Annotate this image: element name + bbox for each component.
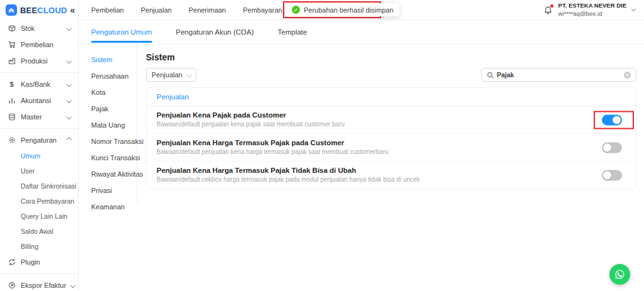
settings-nav-nomor-transaksi[interactable]: Nomor Transaksi bbox=[91, 138, 136, 145]
setting-description: Bawaan/default cekbox harga termasuk paj… bbox=[157, 176, 579, 183]
package-icon bbox=[8, 25, 16, 32]
whatsapp-button[interactable] bbox=[609, 264, 630, 285]
sidebar-subitem-cara-pembayaran[interactable]: Cara Pembayaran bbox=[0, 194, 78, 209]
topbar-right: PT. ESTEKA NEVER DIE wi****aq@bee.id bbox=[543, 2, 635, 18]
beecloud-logo-icon bbox=[6, 4, 17, 16]
settings-nav-kota[interactable]: Kota bbox=[91, 89, 136, 96]
settings-nav-perusahaan[interactable]: Perusahaan bbox=[91, 72, 136, 80]
chevron-down-icon bbox=[186, 72, 191, 77]
content-area: Pengaturan Umum Pengaturan Akun (COA) Te… bbox=[79, 20, 644, 291]
check-circle-icon: ✓ bbox=[292, 6, 300, 14]
topnav-item-penjualan[interactable]: Penjualan bbox=[141, 6, 172, 14]
chevron-down-icon bbox=[66, 26, 71, 31]
setting-row: Penjualan Kena Harga Termasuk Pajak Tida… bbox=[147, 162, 636, 189]
setting-description: Bawaan/default penjualan kena harga term… bbox=[157, 148, 579, 155]
sidebar-divider bbox=[0, 72, 78, 73]
setting-title: Penjualan Kena Harga Termasuk Pajak Tida… bbox=[157, 167, 579, 174]
settings-nav-sistem[interactable]: Sistem bbox=[91, 56, 136, 63]
settings-main: Sistem Penjualan ✕ Penjualan Penjualan K… bbox=[137, 45, 644, 203]
page-title: Sistem bbox=[146, 52, 636, 62]
category-select-value: Penjualan bbox=[152, 71, 182, 79]
settings-panel: Sistem Perusahaan Kota Pajak Mata Uang N… bbox=[79, 45, 644, 203]
sidebar-subitem-user[interactable]: User bbox=[0, 163, 78, 178]
sidebar-item-pembelian[interactable]: Pembelian bbox=[0, 36, 78, 53]
sidebar-item-akuntansi[interactable]: Akuntansi bbox=[0, 92, 78, 109]
topnav-item-pembelian[interactable]: Pembelian bbox=[91, 6, 124, 14]
topnav-item-penerimaan[interactable]: Penerimaan bbox=[189, 6, 226, 14]
sidebar-item-plugin[interactable]: Plugin bbox=[0, 254, 78, 270]
annotation-red-box-toggle bbox=[594, 111, 634, 129]
tab-template[interactable]: Template bbox=[278, 20, 308, 44]
gear-icon bbox=[8, 136, 16, 144]
whatsapp-icon bbox=[614, 269, 625, 280]
sidebar-subitem-billing[interactable]: Billing bbox=[0, 239, 78, 254]
sidebar-divider bbox=[0, 128, 78, 129]
cart-icon bbox=[8, 41, 16, 48]
annotation-red-box-toast: ✓ Perubahan berhasil disimpan bbox=[283, 1, 381, 18]
sidebar-item-ekspor-efaktur[interactable]: Ekspor Efaktur bbox=[0, 277, 78, 291]
clear-icon[interactable]: ✕ bbox=[624, 72, 631, 79]
dollar-icon: $ bbox=[8, 80, 16, 88]
toggle-pajak-tidak-bisa-diubah[interactable] bbox=[602, 170, 622, 180]
notification-dot bbox=[550, 4, 553, 8]
company-name: PT. ESTEKA NEVER DIE bbox=[558, 2, 626, 9]
section-title: Penjualan bbox=[147, 88, 636, 106]
factory-icon bbox=[8, 57, 16, 65]
category-select[interactable]: Penjualan bbox=[146, 68, 196, 82]
plugin-icon bbox=[8, 258, 16, 266]
topnav-item-pembayaran[interactable]: Pembayaran bbox=[243, 6, 282, 14]
toast-message: Perubahan berhasil disimpan bbox=[304, 6, 393, 14]
setting-row: Penjualan Kena Harga Termasuk Pajak pada… bbox=[147, 134, 636, 162]
chevron-up-icon bbox=[66, 138, 71, 143]
success-toast: ✓ Perubahan berhasil disimpan bbox=[286, 3, 399, 16]
settings-nav-pajak[interactable]: Pajak bbox=[91, 105, 136, 113]
brand-logo: BEECLOUD « bbox=[0, 0, 78, 20]
settings-nav-privasi[interactable]: Privasi bbox=[91, 187, 136, 194]
search-input[interactable] bbox=[497, 71, 621, 79]
chevron-down-icon bbox=[66, 82, 71, 87]
sidebar: BEECLOUD « Stok Pembelian Produksi $ Kas… bbox=[0, 0, 79, 291]
sidebar-subitem-query-lain-lain[interactable]: Query Lain Lain bbox=[0, 209, 78, 224]
setting-title: Penjualan Kena Harga Termasuk Pajak pada… bbox=[157, 139, 579, 146]
sidebar-subitem-umum[interactable]: Umum bbox=[0, 148, 78, 163]
export-icon bbox=[8, 282, 16, 289]
toggle-harga-termasuk-pajak[interactable] bbox=[602, 142, 622, 153]
tab-pengaturan-umum[interactable]: Pengaturan Umum bbox=[91, 20, 152, 44]
settings-nav-kunci-transaksi[interactable]: Kunci Transaksi bbox=[91, 154, 136, 162]
search-box: ✕ bbox=[481, 68, 636, 82]
chevron-down-icon bbox=[631, 6, 636, 11]
account-menu[interactable]: PT. ESTEKA NEVER DIE wi****aq@bee.id bbox=[558, 2, 626, 18]
search-icon bbox=[487, 72, 494, 79]
topbar: Pembelian Penjualan Penerimaan Pembayara… bbox=[79, 0, 644, 20]
setting-title: Penjualan Kena Pajak pada Customer bbox=[157, 111, 579, 119]
chevron-down-icon bbox=[70, 283, 75, 288]
sidebar-item-master[interactable]: Master bbox=[0, 109, 78, 125]
sidebar-item-produksi[interactable]: Produksi bbox=[0, 53, 78, 69]
toggle-penjualan-kena-pajak[interactable] bbox=[602, 114, 622, 125]
settings-nav-riwayat-aktivitas[interactable]: Riwayat Aktivitas bbox=[91, 170, 136, 178]
chevron-down-icon bbox=[66, 58, 71, 63]
sidebar-subitem-saldo-awal[interactable]: Saldo Awal bbox=[0, 224, 78, 239]
chevron-down-icon bbox=[66, 114, 71, 119]
sidebar-divider bbox=[0, 273, 78, 274]
sidebar-subitem-daftar-sinkronisasi[interactable]: Daftar Sinkronisasi bbox=[0, 178, 78, 194]
bar-chart-icon bbox=[8, 97, 16, 104]
brand-name: BEECLOUD bbox=[20, 6, 67, 15]
account-email: wi****aq@bee.id bbox=[558, 10, 626, 18]
sidebar-item-pengaturan[interactable]: Pengaturan bbox=[0, 132, 78, 148]
sidebar-item-stok[interactable]: Stok bbox=[0, 20, 78, 36]
controls-row: Penjualan ✕ bbox=[146, 68, 636, 82]
setting-row: Penjualan Kena Pajak pada Customer Bawaa… bbox=[147, 106, 636, 134]
tab-pengaturan-akun-coa[interactable]: Pengaturan Akun (COA) bbox=[176, 20, 254, 44]
sidebar-item-kas-bank[interactable]: $ Kas/Bank bbox=[0, 76, 78, 92]
setting-description: Bawaan/default penjualan kena pajak saat… bbox=[157, 121, 579, 128]
notification-bell-icon[interactable] bbox=[543, 5, 553, 14]
chevron-down-icon bbox=[66, 98, 71, 103]
settings-tabs: Pengaturan Umum Pengaturan Akun (COA) Te… bbox=[79, 20, 644, 45]
settings-card: Penjualan Penjualan Kena Pajak pada Cust… bbox=[146, 87, 636, 189]
database-icon bbox=[8, 113, 16, 121]
settings-side-nav: Sistem Perusahaan Kota Pajak Mata Uang N… bbox=[79, 45, 137, 203]
sidebar-collapse-icon[interactable]: « bbox=[70, 6, 75, 14]
settings-nav-keamanan[interactable]: Keamanan bbox=[91, 203, 136, 211]
settings-nav-mata-uang[interactable]: Mata Uang bbox=[91, 121, 136, 129]
